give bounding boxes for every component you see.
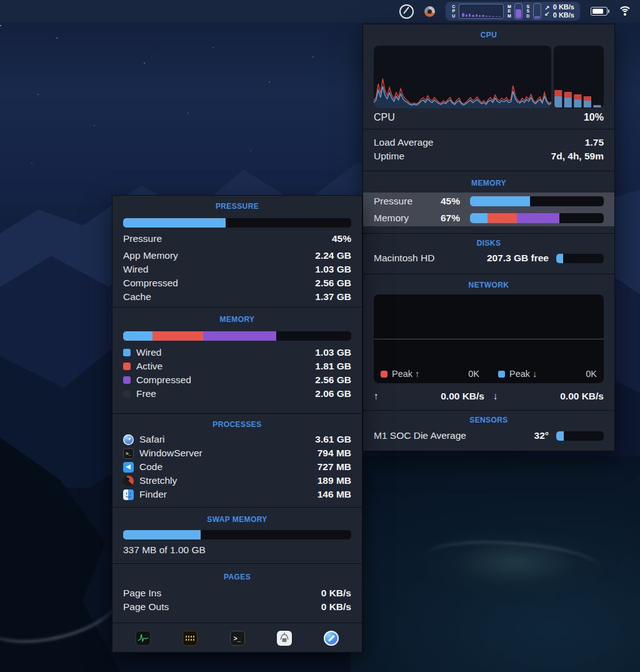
memory-label: Memory bbox=[374, 213, 428, 224]
peak-down-value: 0K bbox=[586, 369, 597, 379]
page-outs-label: Page Outs bbox=[123, 601, 169, 613]
cache-value: 1.37 GB bbox=[315, 291, 351, 303]
terminal-button[interactable] bbox=[229, 630, 246, 646]
pressure-bar bbox=[470, 196, 604, 206]
peak-up-value: 0K bbox=[468, 369, 479, 379]
pressure-label: Pressure bbox=[123, 233, 162, 244]
swap-caption-row: 337 MB of 1.00 GB bbox=[112, 543, 362, 557]
legend-wired-row: Wired 1.03 GB bbox=[112, 346, 362, 359]
swirl-app-icon[interactable] bbox=[424, 6, 435, 17]
sensor-bar bbox=[556, 431, 604, 441]
wifi-dot bbox=[624, 13, 626, 16]
network-section-title: NETWORK bbox=[363, 274, 614, 289]
page-ins-value: 0 KB/s bbox=[321, 588, 351, 599]
disks-section-title: DISKS bbox=[363, 234, 614, 248]
mem-bar-fill bbox=[516, 9, 521, 18]
legend-compressed-value: 2.56 GB bbox=[315, 374, 351, 386]
grabber-button[interactable] bbox=[276, 630, 292, 646]
peak-down-label: Peak ↓ bbox=[509, 369, 537, 379]
system-info-button[interactable] bbox=[182, 630, 198, 646]
menubar-network-speeds: 0 KB/s 0 KB/s bbox=[553, 3, 574, 19]
stretchly-icon bbox=[123, 476, 134, 486]
cpu-core-chart bbox=[554, 46, 604, 108]
pages-section-title: PAGES bbox=[112, 564, 362, 581]
upload-half: ↑ 0.00 KB/s bbox=[374, 391, 484, 402]
windowserver-icon bbox=[123, 448, 134, 459]
process-row-code: Code 727 MB bbox=[112, 460, 362, 474]
legend-free-row: Free 2.06 GB bbox=[112, 387, 362, 401]
legend-free-label: Free bbox=[136, 388, 156, 399]
load-average-row: Load Average 1.75 bbox=[363, 136, 614, 149]
disk-bar-fill bbox=[556, 254, 563, 263]
disks-section: DISKS Macintosh HD 207.3 GB free bbox=[363, 233, 614, 274]
compressed-swatch-icon bbox=[123, 376, 131, 384]
menubar: CPU MEM SSD ↗ ↙ 0 KB/s 0 KB/s bbox=[0, 0, 640, 23]
network-chart: Peak ↑ 0K Peak ↓ 0K bbox=[374, 294, 604, 383]
activity-monitor-button[interactable] bbox=[135, 630, 151, 646]
wired-row: Wired 1.03 GB bbox=[112, 263, 362, 276]
page-outs-value: 0 KB/s bbox=[321, 601, 351, 613]
claw-machine-icon bbox=[277, 631, 292, 646]
process-name: Finder bbox=[139, 489, 167, 500]
cpu-usage-value: 10% bbox=[584, 112, 604, 123]
pressure-label: Pressure bbox=[374, 196, 428, 207]
sensor-bar-fill bbox=[556, 431, 564, 441]
legend-free-value: 2.06 GB bbox=[315, 388, 351, 399]
process-memory: 146 MB bbox=[318, 489, 351, 500]
ssd-bar-fill bbox=[534, 16, 540, 18]
network-speeds-row: ↑ 0.00 KB/s ↓ 0.00 KB/s bbox=[363, 389, 614, 404]
network-section: NETWORK Peak ↑ 0K Peak ↓ 0K ↑ 0.00 KB/s bbox=[363, 274, 614, 410]
memory-section-title: MEMORY bbox=[112, 308, 362, 324]
network-legend: Peak ↑ 0K Peak ↓ 0K bbox=[381, 369, 597, 379]
app-memory-row: App Memory 2.24 GB bbox=[112, 249, 362, 263]
pressure-section: PRESSURE Pressure 45% App Memory 2.24 GB… bbox=[112, 196, 362, 307]
menubar-ssd-bar bbox=[533, 3, 541, 19]
pressure-progress-bar bbox=[123, 218, 351, 228]
process-memory: 189 MB bbox=[318, 475, 351, 486]
memory-value: 67% bbox=[428, 213, 460, 224]
popover-toolbar bbox=[112, 623, 362, 653]
stats-menubar-widget[interactable]: CPU MEM SSD ↗ ↙ 0 KB/s 0 KB/s bbox=[446, 2, 580, 21]
compressed-label: Compressed bbox=[123, 278, 178, 289]
cache-row: Cache 1.37 GB bbox=[112, 290, 362, 304]
pages-section: PAGES Page Ins 0 KB/s Page Outs 0 KB/s bbox=[112, 563, 362, 623]
wired-swatch-icon bbox=[123, 349, 131, 356]
memory-bar-compressed bbox=[517, 213, 559, 223]
legend-wired-value: 1.03 GB bbox=[315, 347, 351, 358]
pressure-value: 45% bbox=[428, 196, 460, 207]
peak-up-swatch-icon bbox=[381, 371, 388, 378]
safari-icon bbox=[123, 434, 134, 445]
stars bbox=[0, 25, 1, 26]
memory-segmented-bar bbox=[123, 331, 351, 341]
legend-compressed-row: Compressed 2.56 GB bbox=[112, 373, 362, 387]
cpu-popover: CPU CPU 10% Load Average 1.75 Uptime 7d,… bbox=[362, 24, 615, 451]
sensor-row: M1 SOC Die Average 32° bbox=[363, 428, 614, 443]
wifi-icon[interactable] bbox=[618, 6, 632, 17]
battery-level bbox=[592, 9, 603, 14]
pressure-row: Pressure 45% bbox=[363, 193, 614, 209]
download-speed-value: 0.00 KB/s bbox=[560, 391, 604, 402]
load-average-value: 1.75 bbox=[585, 137, 604, 148]
circle-slash-icon[interactable] bbox=[399, 4, 414, 19]
wired-label: Wired bbox=[123, 264, 148, 275]
memory-bar-active bbox=[488, 213, 517, 223]
app-memory-label: App Memory bbox=[123, 250, 178, 261]
cpu-line-chart bbox=[374, 46, 551, 108]
sensors-section: SENSORS M1 SOC Die Average 32° bbox=[363, 410, 614, 452]
page-ins-row: Page Ins 0 KB/s bbox=[112, 586, 362, 600]
disk-row: Macintosh HD 207.3 GB free bbox=[363, 251, 614, 266]
process-name: WindowServer bbox=[139, 448, 202, 459]
legend-active-value: 1.81 GB bbox=[315, 361, 351, 372]
battery-icon[interactable] bbox=[591, 7, 608, 16]
sensor-name: M1 SOC Die Average bbox=[374, 430, 466, 441]
pressure-main-row: Pressure 45% bbox=[112, 232, 362, 246]
memory-row: Memory 67% bbox=[363, 209, 614, 226]
cpu-section: CPU CPU 10% bbox=[363, 24, 614, 129]
disk-name: Macintosh HD bbox=[374, 253, 434, 264]
process-row-finder: Finder 146 MB bbox=[112, 488, 362, 501]
uptime-value: 7d, 4h, 59m bbox=[551, 151, 604, 162]
browser-button[interactable] bbox=[323, 630, 339, 646]
memory-section-title: MEMORY bbox=[363, 171, 614, 188]
terminal-icon bbox=[230, 631, 245, 646]
memory-legend: Wired 1.03 GB Active 1.81 GB Compressed … bbox=[112, 346, 362, 401]
